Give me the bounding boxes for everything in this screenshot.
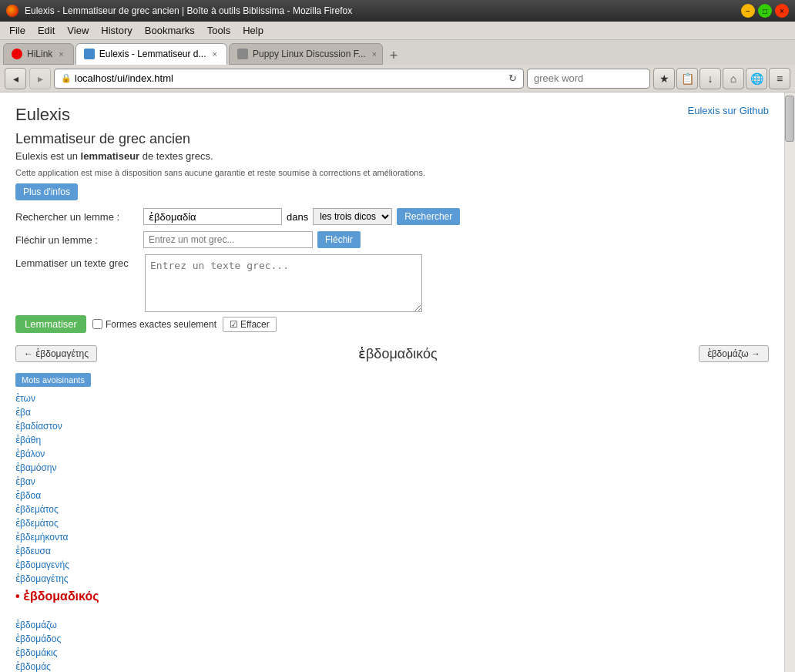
rechercher-input[interactable]	[143, 208, 282, 225]
menu-button[interactable]: ≡	[769, 68, 790, 89]
flechir-button[interactable]: Fléchir	[317, 231, 361, 248]
bookmark-star-button[interactable]: ★	[653, 68, 675, 89]
neighbor-eba[interactable]: ἑβα	[15, 405, 769, 419]
lemmatiser-area: Lemmatiser un texte grec	[15, 254, 769, 312]
tab-puppy-label: Puppy Linux Discussion F...	[253, 49, 366, 59]
download-button[interactable]: ↓	[699, 68, 721, 89]
formes-exactes-label: Formes exactes seulement	[92, 319, 216, 330]
home-button[interactable]: ⌂	[723, 68, 744, 89]
dans-select[interactable]: les trois dicos	[313, 208, 392, 225]
header-row: Eulexis Eulexis sur Github	[15, 105, 769, 131]
window-title: Eulexis - Lemmatiseur de grec ancien | B…	[25, 5, 735, 16]
current-word-display: ἑβδομαδικός	[358, 345, 438, 362]
neighbor-ebdomakis[interactable]: ἑβδομάκις	[15, 646, 769, 660]
lemmatiser-label: Lemmatiser un texte grec	[15, 254, 139, 273]
tab-eulexis-label: Eulexis - Lemmatiseur d...	[99, 49, 206, 59]
neighbor-ebdemekonta[interactable]: ἑβδεμήκοντα	[15, 530, 769, 544]
formes-exactes-checkbox[interactable]	[92, 319, 102, 329]
dans-label: dans	[287, 211, 308, 223]
neighbor-ebdoa[interactable]: ἑβδοα	[15, 489, 769, 502]
neighbor-ebalon[interactable]: ἑβάλον	[15, 447, 769, 461]
forward-button[interactable]: ▸	[29, 68, 51, 89]
desc-plain: Eulexis est un	[15, 150, 81, 162]
effacer-button[interactable]: ☑ Effacer	[223, 317, 277, 332]
menu-view[interactable]: View	[61, 23, 95, 38]
neighbor-ebathe[interactable]: ἑβάθη	[15, 433, 769, 447]
new-tab-button[interactable]: +	[384, 46, 403, 65]
browser-window: Eulexis Eulexis sur Github Lemmatiseur d…	[0, 92, 795, 672]
url-input[interactable]	[75, 72, 505, 84]
tab-hilink-label: HiLink	[27, 49, 52, 59]
neighbor-current: • ἑβδομαδικός	[15, 589, 769, 603]
page-subtitle: Lemmatiseur de grec ancien	[15, 131, 769, 147]
menu-edit[interactable]: Edit	[32, 23, 61, 38]
lemmatiser-textarea[interactable]	[145, 254, 422, 312]
lemmatiser-controls: Lemmatiser Formes exactes seulement ☑ Ef…	[15, 315, 769, 333]
page-content: Eulexis Eulexis sur Github Lemmatiseur d…	[0, 92, 784, 672]
rechercher-row: Rechercher un lemme : dans les trois dic…	[15, 208, 769, 225]
menu-tools[interactable]: Tools	[201, 23, 236, 38]
tab-hilink-close[interactable]: ×	[57, 49, 65, 59]
refresh-icon[interactable]: ↻	[508, 72, 517, 84]
menu-bookmarks[interactable]: Bookmarks	[139, 23, 201, 38]
neighbors-section: Mots avoisinants ἑτων ἑβα ἑβαδίαστον ἑβά…	[15, 373, 769, 672]
navbar: ◂ ▸ 🔒 ↻ ▶ ★ 📋 ↓ ⌂ 🌐 ≡	[0, 65, 795, 92]
more-info-button[interactable]: Plus d'infos	[15, 183, 78, 200]
neighbor-eban[interactable]: ἑβαν	[15, 475, 769, 489]
url-lock-icon: 🔒	[61, 73, 72, 83]
scrollbar-thumb[interactable]	[785, 96, 794, 142]
prev-word-button[interactable]: ← ἑβδομαγέτης	[15, 345, 97, 362]
search-input[interactable]	[534, 72, 663, 84]
search-bar: ▶	[527, 69, 650, 89]
neighbor-ebdomazo[interactable]: ἑβδομάζω	[15, 618, 769, 632]
back-button[interactable]: ◂	[5, 68, 26, 89]
next-word-button[interactable]: ἑβδομάζω →	[699, 345, 769, 362]
tabbar: HiLink × Eulexis - Lemmatiseur d... × Pu…	[0, 40, 795, 65]
flechir-label: Fléchir un lemme :	[15, 234, 139, 246]
tab-eulexis[interactable]: Eulexis - Lemmatiseur d... ×	[75, 43, 227, 65]
scrollbar-track[interactable]	[784, 92, 795, 672]
flechir-input[interactable]	[143, 231, 313, 248]
github-link[interactable]: Eulexis sur Github	[688, 105, 770, 116]
firefox-icon	[6, 5, 18, 17]
tab-puppy[interactable]: Puppy Linux Discussion F... ×	[229, 43, 383, 65]
desc-end: de textes grecs.	[139, 150, 213, 162]
flechir-row: Fléchir un lemme : Fléchir	[15, 231, 769, 248]
security-button[interactable]: 🌐	[746, 68, 767, 89]
menubar: File Edit View History Bookmarks Tools H…	[0, 22, 795, 40]
menu-help[interactable]: Help	[236, 23, 270, 38]
tab-puppy-close[interactable]: ×	[371, 49, 378, 59]
page-description: Eulexis est un lemmatiseur de textes gre…	[15, 150, 769, 162]
word-nav: ← ἑβδομαγέτης ἑβδομαδικός ἑβδομάζω →	[15, 342, 769, 365]
neighbor-ebamosen[interactable]: ἑβαμόσην	[15, 461, 769, 475]
window-controls: − □ ×	[741, 4, 789, 18]
minimize-button[interactable]: −	[741, 4, 755, 18]
neighbor-ebdematos1[interactable]: ἑβδεμάτος	[15, 502, 769, 516]
tab-eulexis-close[interactable]: ×	[211, 49, 219, 59]
neighbor-ebdomagetes[interactable]: ἑβδομαγέτης	[15, 572, 769, 586]
tab-hilink[interactable]: HiLink ×	[3, 43, 74, 65]
maximize-button[interactable]: □	[758, 4, 772, 18]
page-title: Eulexis	[15, 105, 70, 125]
close-button[interactable]: ×	[775, 4, 789, 18]
url-bar: 🔒 ↻	[54, 69, 524, 89]
nav-icons: ★ 📋 ↓ ⌂ 🌐 ≡	[653, 68, 790, 89]
puppy-favicon	[237, 49, 248, 59]
neighbor-ebdomados[interactable]: ἑβδομάδος	[15, 632, 769, 646]
menu-file[interactable]: File	[3, 23, 32, 38]
neighbor-ebdomas[interactable]: ἑβδομάς	[15, 660, 769, 672]
neighbors-button[interactable]: Mots avoisinants	[15, 373, 91, 387]
titlebar: Eulexis - Lemmatiseur de grec ancien | B…	[0, 0, 795, 22]
neighbor-ebdematos2[interactable]: ἑβδεμάτος	[15, 516, 769, 530]
neighbor-ebdeusa[interactable]: ἑβδευσα	[15, 544, 769, 558]
neighbor-ebdomagenes[interactable]: ἑβδομαγενής	[15, 558, 769, 572]
neighbor-ebadiasto[interactable]: ἑβαδίαστον	[15, 419, 769, 433]
bookmarks-button[interactable]: 📋	[676, 68, 698, 89]
page-notice: Cette application est mise à disposition…	[15, 168, 769, 177]
desc-bold: lemmatiseur	[81, 150, 140, 162]
rechercher-label: Rechercher un lemme :	[15, 211, 139, 223]
neighbor-eton[interactable]: ἑτων	[15, 391, 769, 405]
lemmatiser-button[interactable]: Lemmatiser	[15, 315, 86, 333]
menu-history[interactable]: History	[95, 23, 138, 38]
rechercher-button[interactable]: Rechercher	[397, 208, 460, 225]
